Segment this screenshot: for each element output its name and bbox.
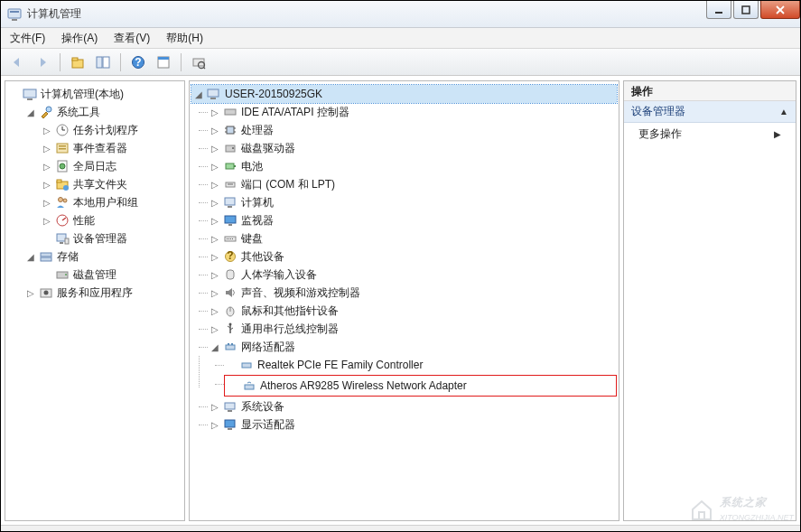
expand-icon: ▷	[210, 401, 220, 412]
tree-label: 计算机管理(本地)	[41, 87, 124, 102]
tree-task-scheduler[interactable]: ▷任务计划程序	[40, 121, 182, 139]
svg-rect-56	[234, 165, 236, 167]
svg-point-32	[59, 198, 63, 202]
blank-icon	[228, 380, 239, 391]
device-cpu[interactable]: ▷处理器	[208, 121, 617, 139]
menu-view[interactable]: 查看(V)	[110, 29, 154, 48]
device-net-realtek[interactable]: Realtek PCIe FE Family Controller	[224, 356, 617, 374]
tree-label: 存储	[57, 249, 79, 265]
svg-rect-81	[231, 343, 233, 345]
device-tree-pane[interactable]: ◢ USER-20150925GK ▷IDE ATA/ATAPI 控制器 ▷处理…	[189, 80, 619, 521]
device-sound[interactable]: ▷声音、视频和游戏控制器	[208, 284, 617, 302]
menu-file[interactable]: 文件(F)	[6, 29, 49, 48]
device-hid[interactable]: ▷人体学输入设备	[208, 266, 617, 284]
device-net-atheros[interactable]: Atheros AR9285 Wireless Network Adapter	[227, 377, 614, 395]
svg-rect-62	[228, 206, 232, 208]
device-label: 声音、视频和游戏控制器	[241, 285, 360, 301]
tree-services-apps[interactable]: ▷服务和应用程序	[23, 284, 182, 302]
actions-more[interactable]: 更多操作 ▶	[624, 123, 796, 145]
hdd-icon	[222, 141, 238, 155]
tree-local-users[interactable]: ▷本地用户和组	[40, 193, 182, 211]
tree-event-viewer[interactable]: ▷事件查看器	[40, 139, 182, 157]
expand-icon: ▷	[210, 269, 220, 280]
help-button[interactable]: ?	[127, 51, 149, 73]
device-label: 通用串行总线控制器	[241, 322, 339, 337]
svg-rect-83	[245, 385, 254, 389]
device-other[interactable]: ▷?其他设备	[208, 247, 617, 266]
device-label: 计算机	[241, 195, 274, 210]
svg-point-60	[231, 183, 233, 185]
device-system-devices[interactable]: ▷系统设备	[208, 397, 617, 415]
back-button[interactable]	[6, 51, 28, 73]
scan-button[interactable]	[188, 51, 210, 73]
device-display-adapters[interactable]: ▷显示适配器	[208, 415, 617, 434]
device-disk-drives[interactable]: ▷磁盘驱动器	[208, 139, 617, 157]
tree-disk-mgmt[interactable]: 磁盘管理	[40, 266, 182, 284]
device-label: 网络适配器	[241, 340, 295, 355]
svg-rect-14	[158, 57, 169, 60]
status-bar	[1, 525, 800, 531]
tree-root-computer-mgmt[interactable]: 计算机管理(本地)	[7, 85, 182, 103]
tree-storage[interactable]: ◢ 存储	[23, 247, 182, 266]
svg-rect-82	[242, 363, 251, 368]
submenu-arrow-icon: ▶	[774, 129, 781, 139]
device-label: 显示适配器	[241, 417, 295, 433]
expand-icon: ◢	[25, 251, 36, 262]
mouse-icon	[222, 303, 238, 318]
forward-button[interactable]	[32, 51, 53, 73]
device-battery[interactable]: ▷电池	[208, 157, 617, 175]
svg-rect-30	[57, 180, 61, 182]
close-button[interactable]	[760, 1, 800, 19]
device-label: USER-20150925GK	[225, 88, 322, 100]
maximize-button[interactable]	[733, 1, 759, 19]
svg-rect-87	[228, 428, 232, 430]
console-tree-pane[interactable]: 计算机管理(本地) ◢ 系统工具 ▷任务计划程序 ▷事件查看器 ▷全局日志	[5, 80, 185, 521]
device-label: 端口 (COM 和 LPT)	[241, 177, 335, 192]
svg-rect-0	[8, 9, 21, 18]
svg-rect-18	[23, 89, 36, 98]
tree-device-manager[interactable]: 设备管理器	[40, 229, 182, 247]
device-monitors[interactable]: ▷监视器	[208, 211, 617, 229]
port-icon	[222, 177, 238, 191]
tree-global-log[interactable]: ▷全局日志	[40, 157, 182, 175]
actions-more-label: 更多操作	[638, 126, 682, 142]
up-button[interactable]	[67, 51, 88, 73]
collapse-icon	[9, 89, 20, 99]
device-ports[interactable]: ▷端口 (COM 和 LPT)	[208, 175, 617, 193]
actions-pane: 操作 设备管理器 ▲ 更多操作 ▶	[623, 80, 796, 521]
hid-icon	[222, 267, 238, 282]
svg-rect-10	[103, 57, 109, 68]
expand-icon: ▷	[210, 215, 220, 226]
device-keyboards[interactable]: ▷键盘	[208, 229, 617, 247]
svg-rect-45	[208, 89, 219, 97]
svg-point-33	[63, 199, 67, 202]
device-network-adapters[interactable]: ◢网络适配器	[208, 338, 617, 356]
tree-performance[interactable]: ▷性能	[40, 211, 182, 229]
disk-icon	[54, 267, 70, 282]
device-computers[interactable]: ▷计算机	[208, 193, 617, 211]
expand-icon: ◢	[25, 107, 36, 117]
device-computer-root[interactable]: ◢ USER-20150925GK	[191, 85, 617, 103]
menu-bar: 文件(F) 操作(A) 查看(V) 帮助(H)	[1, 28, 800, 49]
device-label: 系统设备	[241, 399, 284, 415]
device-usb[interactable]: ▷通用串行总线控制器	[208, 320, 617, 338]
actions-section[interactable]: 设备管理器 ▲	[624, 101, 796, 123]
toolbar: ?	[1, 49, 800, 76]
device-mice[interactable]: ▷鼠标和其他指针设备	[208, 302, 617, 320]
device-ide[interactable]: ▷IDE ATA/ATAPI 控制器	[208, 103, 617, 121]
properties-button[interactable]	[153, 51, 174, 73]
expand-icon: ▷	[42, 143, 52, 154]
tree-label: 磁盘管理	[73, 267, 116, 283]
svg-rect-55	[226, 163, 234, 169]
minimize-button[interactable]	[706, 1, 731, 19]
tree-system-tools[interactable]: ◢ 系统工具	[23, 103, 182, 121]
svg-point-42	[65, 274, 67, 275]
expand-icon: ▷	[210, 233, 220, 244]
expand-icon: ◢	[193, 89, 204, 99]
svg-rect-64	[228, 224, 232, 226]
tree-shared-folders[interactable]: ▷共享文件夹	[40, 175, 182, 193]
menu-action[interactable]: 操作(A)	[58, 29, 101, 48]
menu-help[interactable]: 帮助(H)	[163, 29, 207, 48]
console-tree-button[interactable]	[92, 51, 114, 73]
tree-label: 本地用户和组	[73, 195, 138, 210]
